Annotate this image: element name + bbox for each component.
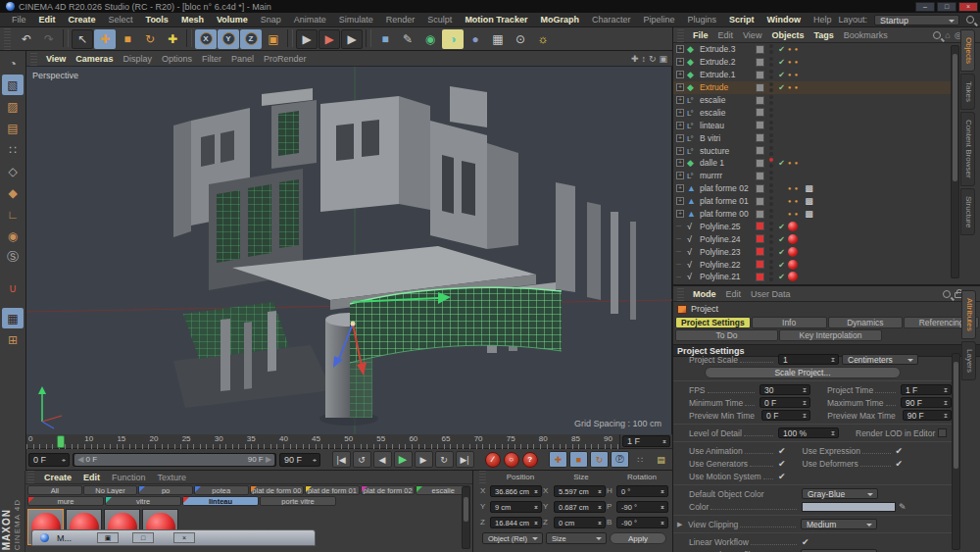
camera-label[interactable]: Perspective <box>32 71 78 80</box>
layer-toggle[interactable] <box>756 247 764 256</box>
expand-icon[interactable] <box>676 261 687 268</box>
object-row[interactable]: Polyline.25 <box>673 220 952 232</box>
enable-check-icon[interactable] <box>775 158 788 168</box>
use-expression-checkbox[interactable] <box>896 446 904 456</box>
record-keyframe-button[interactable]: ∕ <box>485 452 501 468</box>
menu-item[interactable]: MoGraph <box>534 14 585 25</box>
camera-icon[interactable]: ⊙ <box>510 29 531 49</box>
viewport-menu-item[interactable]: ProRender <box>259 53 312 65</box>
polygons-mode-icon[interactable]: ◆ <box>2 182 24 203</box>
view-clipping-dropdown[interactable]: Medium <box>801 519 877 529</box>
planar-workplane-icon[interactable]: ⊞ <box>2 329 24 350</box>
object-row[interactable]: Polyline.23 <box>673 245 952 258</box>
object-name[interactable]: Extrude.2 <box>700 57 756 67</box>
layer-toggle[interactable] <box>756 58 764 67</box>
attribute-menu-item[interactable]: User Data <box>746 288 796 300</box>
visibility-dots[interactable] <box>767 95 775 105</box>
enable-check-icon[interactable] <box>775 247 788 257</box>
panel-side-tab[interactable]: Content Browser <box>960 112 975 186</box>
object-row[interactable]: plat forme 02 <box>673 182 952 195</box>
layer-toggle[interactable] <box>756 210 764 219</box>
layer-toggle[interactable] <box>756 108 764 117</box>
layer-toggle[interactable] <box>756 260 764 269</box>
attribute-scrollbar[interactable] <box>952 353 960 550</box>
spline-pen-icon[interactable]: ✎ <box>397 29 418 49</box>
object-manager-menu-item[interactable]: Edit <box>713 29 739 41</box>
object-name[interactable]: Polyline.23 <box>700 247 756 257</box>
expand-icon[interactable] <box>676 83 687 91</box>
material-menu-item[interactable]: Function <box>106 473 152 482</box>
texture-mode-icon[interactable]: ▨ <box>2 96 24 117</box>
menu-item[interactable]: Character <box>586 14 637 25</box>
viewport-menu-item[interactable]: Panel <box>226 53 259 65</box>
object-tags[interactable] <box>788 222 798 231</box>
minimize-button[interactable]: – <box>915 2 935 12</box>
panel-side-tab[interactable]: Objects <box>960 29 975 72</box>
last-tool-icon[interactable]: ✚ <box>162 29 183 49</box>
render-lod-checkbox[interactable] <box>938 428 947 437</box>
object-name[interactable]: plat forme 01 <box>700 196 756 206</box>
visibility-dots[interactable] <box>767 222 775 231</box>
object-row[interactable]: escalie <box>673 106 952 119</box>
object-tags[interactable] <box>788 72 799 77</box>
object-manager-menu-item[interactable]: Objects <box>766 29 808 41</box>
object-name[interactable]: escalie <box>700 95 756 105</box>
layer-toggle[interactable] <box>756 71 764 79</box>
play-button[interactable]: ▶ <box>394 451 413 468</box>
enable-check-icon[interactable] <box>775 82 788 92</box>
project-time-field[interactable]: 1 F <box>901 384 952 395</box>
viewport-menu-item[interactable]: Display <box>118 53 157 65</box>
layer-tab[interactable]: mure <box>27 496 104 506</box>
layer-toggle[interactable] <box>756 222 764 230</box>
toolbar-separator[interactable] <box>366 29 371 47</box>
expand-icon[interactable] <box>676 223 687 229</box>
viewport-menu-item[interactable]: Filter <box>197 53 226 65</box>
object-tags[interactable] <box>788 234 798 244</box>
rotation-b-field[interactable]: -90 ° <box>616 517 668 528</box>
maximum-time-field[interactable]: 90 F <box>901 397 952 408</box>
timeline-playhead[interactable] <box>57 435 65 448</box>
object-name[interactable]: plat forme 00 <box>700 209 756 219</box>
object-tags[interactable] <box>788 247 798 257</box>
expand-icon[interactable] <box>676 197 687 205</box>
panel-side-tab[interactable]: Layers <box>961 341 976 380</box>
object-row[interactable]: escalie <box>673 94 952 107</box>
use-generators-checkbox[interactable] <box>778 459 786 469</box>
menu-item[interactable]: Edit <box>33 14 62 25</box>
layer-toggle[interactable] <box>756 121 764 129</box>
default-object-color-dropdown[interactable]: Gray-Blue <box>802 488 878 499</box>
visibility-dots[interactable] <box>767 209 775 219</box>
menu-item[interactable]: Snap <box>255 14 287 25</box>
light-icon[interactable]: ☼ <box>532 29 554 49</box>
visibility-dots[interactable] <box>767 121 775 130</box>
layer-tab[interactable]: linteau <box>182 496 259 506</box>
menu-item[interactable]: Create <box>63 14 102 25</box>
object-list-scrollbar[interactable] <box>951 45 959 278</box>
expand-icon[interactable] <box>676 58 687 66</box>
layer-toggle[interactable] <box>756 159 764 168</box>
viewport-menu-item[interactable]: Cameras <box>71 53 118 65</box>
render-settings-icon[interactable]: ▶ <box>341 29 363 49</box>
object-name[interactable]: escalie <box>700 108 756 118</box>
key-scale-toggle[interactable]: ■ <box>569 451 588 468</box>
play-backwards-button[interactable]: ↺ <box>353 451 371 468</box>
layer-toggle[interactable] <box>756 172 764 180</box>
close-button[interactable]: × <box>173 532 195 543</box>
magnet-snap-icon[interactable]: ∪ <box>2 277 24 298</box>
expand-icon[interactable] <box>676 172 687 179</box>
menu-item[interactable]: Window <box>760 14 806 25</box>
object-name[interactable]: Polyline.22 <box>700 260 756 270</box>
preview-max-field[interactable]: 90 F <box>903 410 952 421</box>
toolbar-separator[interactable] <box>63 29 69 47</box>
visibility-dots[interactable] <box>767 171 775 180</box>
primitive-cube-icon[interactable]: ■ <box>374 29 396 49</box>
layer-tab[interactable]: po <box>138 485 193 495</box>
object-tags[interactable] <box>788 160 799 166</box>
next-frame-button[interactable]: ▶ <box>415 451 433 468</box>
layer-toggle[interactable] <box>756 83 764 92</box>
render-picture-viewer-icon[interactable]: ▶ <box>318 29 340 49</box>
layer-toggle[interactable] <box>756 146 764 155</box>
project-scale-unit-dropdown[interactable]: Centimeters <box>842 354 918 365</box>
attribute-tab[interactable]: Key Interpolation <box>779 329 882 341</box>
panel-side-tab[interactable]: Attributes <box>961 290 976 339</box>
